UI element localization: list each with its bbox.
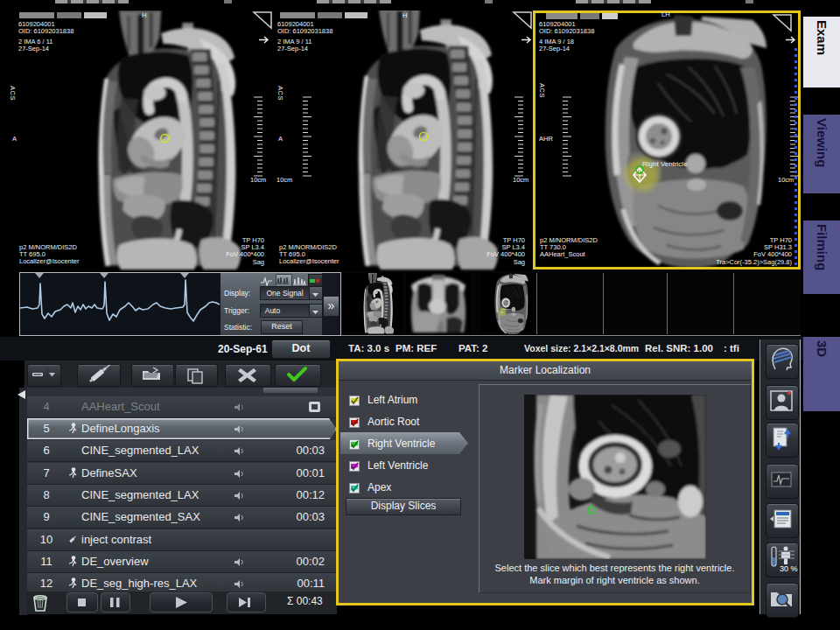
svg-text:30 %: 30 % — [780, 564, 798, 573]
